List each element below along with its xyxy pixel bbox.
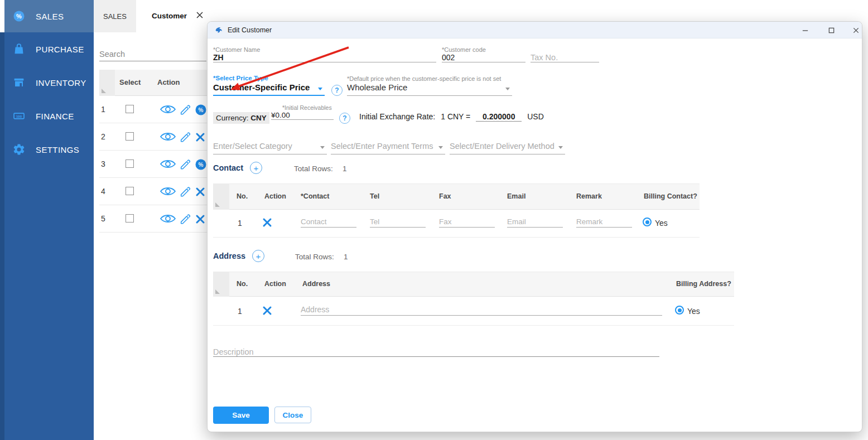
table-corner-cell[interactable]: [99, 70, 115, 96]
row-number: 1: [101, 105, 105, 114]
maximize-button[interactable]: [824, 23, 838, 37]
view-eye-icon[interactable]: [160, 213, 176, 226]
row-checkbox[interactable]: [126, 187, 134, 195]
contact-name-field[interactable]: [301, 216, 356, 228]
edit-pencil-icon[interactable]: [179, 213, 191, 228]
edit-pencil-icon[interactable]: [179, 131, 191, 146]
table-row: 5: [99, 205, 224, 233]
customer-name-field[interactable]: [213, 53, 436, 62]
payment-terms-select[interactable]: Select/Enter Payment Terms: [331, 141, 445, 154]
dolphin-app-icon: [214, 26, 223, 35]
chevron-down-icon: [438, 146, 443, 149]
tab-sales-label: SALES: [103, 12, 127, 21]
category-select[interactable]: Enter/Select Category: [213, 141, 327, 154]
column-remark: Remark: [576, 192, 602, 200]
chevron-down-icon: [320, 146, 325, 149]
column-billing-address: Billing Address?: [676, 280, 731, 288]
search-input[interactable]: [99, 47, 206, 61]
customer-name-label: *Customer Name: [213, 46, 260, 53]
row-number: 5: [101, 214, 105, 223]
minimize-button[interactable]: [798, 23, 812, 37]
column-billing-contact: Billing Contact?: [644, 192, 697, 200]
delivery-method-placeholder: Select/Enter Delivery Method: [450, 142, 554, 151]
edit-pencil-icon[interactable]: [179, 186, 191, 200]
currency-value: CNY: [250, 114, 267, 122]
dialog-titlebar[interactable]: Edit Customer: [208, 22, 862, 38]
exchange-rate-prefix: 1 CNY =: [441, 112, 470, 121]
svg-text:100: 100: [16, 115, 22, 118]
view-eye-icon[interactable]: [160, 131, 176, 144]
view-eye-icon[interactable]: [160, 104, 176, 117]
close-button-window[interactable]: [848, 23, 862, 37]
discount-badge-icon[interactable]: %: [195, 158, 207, 173]
table-corner-cell[interactable]: [213, 183, 229, 210]
discount-badge-icon[interactable]: %: [195, 104, 207, 118]
column-fax: Fax: [439, 192, 451, 200]
default-price-select[interactable]: Wholesale Price: [347, 83, 512, 96]
sidebar-item-purchase[interactable]: PURCHASE: [0, 32, 94, 66]
row-number: 4: [101, 187, 105, 196]
customer-code-field[interactable]: [442, 53, 525, 62]
column-no: No.: [237, 280, 248, 288]
edit-pencil-icon[interactable]: [179, 158, 191, 173]
contact-email-field[interactable]: [507, 216, 563, 228]
tab-customer[interactable]: Customer: [152, 12, 187, 20]
contact-fax-field[interactable]: [439, 216, 495, 228]
initial-receivables-label: *Initial Receivables: [282, 104, 332, 111]
delete-x-icon[interactable]: [195, 187, 205, 199]
billing-address-radio[interactable]: [675, 306, 684, 315]
view-eye-icon[interactable]: [160, 186, 176, 199]
add-contact-button[interactable]: +: [250, 162, 262, 174]
sidebar-item-sales[interactable]: % SALES: [4, 0, 94, 32]
column-action: Action: [264, 192, 286, 200]
sidebar-gutter-top: [0, 0, 4, 32]
row-checkbox[interactable]: [126, 105, 134, 113]
billing-contact-radio-label: Yes: [655, 219, 668, 228]
billing-contact-radio[interactable]: [643, 217, 652, 226]
edit-customer-dialog: Edit Customer *Customer Name *Customer c…: [207, 21, 862, 432]
gear-icon: [12, 143, 26, 156]
billing-address-radio-label: Yes: [687, 307, 700, 316]
customer-code-label: *Customer code: [442, 46, 486, 53]
exchange-rate-field[interactable]: [476, 112, 522, 122]
help-question-icon[interactable]: ?: [339, 113, 350, 124]
price-type-select[interactable]: Customer-Specific Price: [213, 83, 325, 96]
row-checkbox[interactable]: [126, 132, 134, 141]
tax-no-field[interactable]: [531, 53, 599, 62]
default-price-value: Wholesale Price: [347, 83, 407, 92]
delivery-method-select[interactable]: Select/Enter Delivery Method: [450, 141, 565, 154]
address-field[interactable]: [301, 304, 662, 316]
sidebar-item-finance[interactable]: 100 FINANCE: [0, 99, 94, 133]
shopping-bag-icon: [12, 42, 26, 56]
delete-x-icon[interactable]: [262, 306, 272, 316]
svg-text:%: %: [199, 162, 204, 168]
save-button[interactable]: Save: [213, 407, 269, 424]
delete-x-icon[interactable]: [262, 217, 272, 228]
tab-close-icon[interactable]: [196, 11, 204, 19]
tab-sales[interactable]: SALES: [94, 0, 136, 32]
contact-remark-field[interactable]: [576, 216, 632, 228]
delete-x-icon[interactable]: [195, 132, 205, 144]
price-type-label: *Select Price Type: [213, 75, 268, 81]
sidebar-item-settings[interactable]: SETTINGS: [0, 133, 94, 166]
initial-receivables-field[interactable]: [271, 111, 334, 120]
delete-x-icon[interactable]: [195, 214, 205, 226]
description-field[interactable]: [213, 347, 659, 357]
column-action: Action: [157, 78, 180, 86]
dialog-title: Edit Customer: [228, 26, 272, 34]
edit-pencil-icon[interactable]: [179, 104, 191, 118]
corner-resize-icon: [215, 289, 220, 294]
row-checkbox[interactable]: [126, 214, 134, 223]
view-eye-icon[interactable]: [160, 158, 176, 172]
category-placeholder: Enter/Select Category: [213, 142, 292, 151]
row-number: 2: [101, 132, 105, 141]
help-question-icon[interactable]: ?: [331, 85, 343, 96]
add-address-button[interactable]: +: [252, 250, 264, 262]
chevron-down-icon: [505, 88, 510, 90]
close-button[interactable]: Close: [274, 407, 311, 423]
row-checkbox[interactable]: [126, 159, 134, 168]
table-corner-cell[interactable]: [213, 272, 229, 297]
sidebar-item-inventory[interactable]: INVENTORY: [0, 66, 94, 99]
contact-tel-field[interactable]: [370, 216, 426, 228]
sidebar: % SALES PURCHASE INVENTORY 100 FINANCE S…: [0, 0, 94, 440]
